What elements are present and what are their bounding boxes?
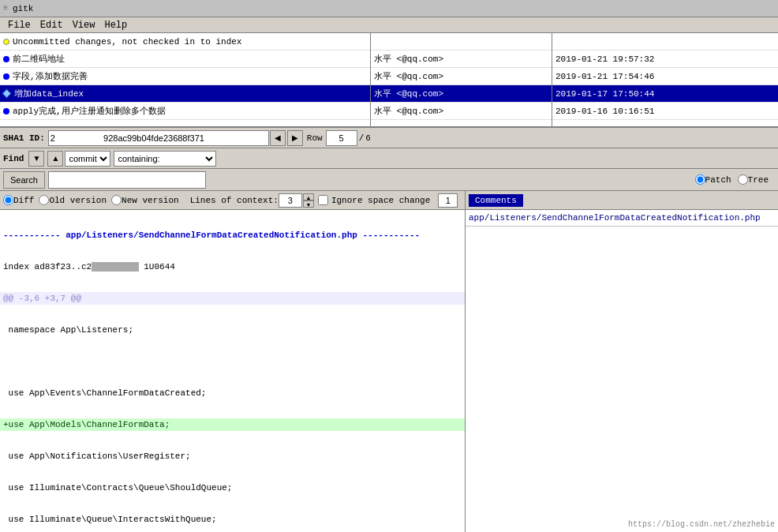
watermark: https://blog.csdn.net/zhezhebie [628, 520, 775, 529]
find-label: Find [3, 154, 24, 163]
diff-line: use Illuminate\Contracts\Queue\ShouldQue… [0, 481, 465, 494]
context-label: Lines of context: [190, 196, 279, 205]
right-panel: Comments app/Listeners/SendChannelFormDa… [466, 191, 778, 532]
find-containing-select[interactable]: containing: [114, 151, 216, 167]
author-item-selected: 水平 <@qq.com> [371, 85, 552, 103]
diff-line: use Illuminate\Queue\InteractsWithQueue; [0, 513, 465, 526]
diff-line-header: ----------- app/Listeners/SendChannelFor… [0, 229, 465, 242]
main-container: Uncommitted changes, not checked in to i… [0, 33, 778, 532]
search-row: Search Patch Tree [0, 169, 778, 191]
tree-label[interactable]: Tree [748, 175, 769, 185]
date-item [552, 33, 778, 51]
ignore-space-checkbox[interactable] [318, 195, 328, 205]
commit-list: Uncommitted changes, not checked in to i… [0, 33, 371, 126]
old-version-radio[interactable] [39, 195, 49, 205]
date-item-selected: 2019-01-17 17:50:44 [552, 85, 778, 103]
diff-line: use App\Events\ChannelFormDataCreated; [0, 387, 465, 399]
tab-row: Comments [466, 191, 778, 210]
right-content[interactable] [466, 227, 778, 532]
menu-file[interactable]: File [3, 19, 36, 32]
menubar: File Edit View Help [0, 17, 778, 33]
diff-line: namespace App\Listeners; [0, 324, 465, 336]
commit-item[interactable]: Uncommitted changes, not checked in to i… [0, 33, 370, 51]
tree-radio[interactable] [738, 174, 748, 185]
sha-input[interactable] [48, 130, 269, 146]
window-dots: ≡ [3, 4, 8, 13]
new-version-label[interactable]: New version [122, 196, 179, 205]
find-row: Find ▼ ▲ commit containing: [0, 148, 778, 169]
comments-tab[interactable]: Comments [469, 194, 523, 207]
old-version-label[interactable]: Old version [49, 196, 107, 205]
file-path: app/Listeners/SendChannelFormDataCreated… [466, 210, 778, 227]
commit-authors: 水平 <@qq.com> 水平 <@qq.com> 水平 <@qq.com> 水… [371, 33, 552, 126]
menu-view[interactable]: View [68, 19, 100, 32]
commit-message: apply完成,用户注册通知删除多个数据 [13, 105, 166, 117]
patch-radio[interactable] [695, 174, 705, 185]
row-separator: / [359, 133, 365, 143]
diff-label[interactable]: Diff [13, 196, 34, 205]
row-total: 6 [365, 133, 371, 143]
search-button[interactable]: Search [3, 171, 45, 189]
author-item [371, 33, 552, 51]
commit-message: 前二维码地址 [13, 53, 65, 65]
patch-tree-options: Patch Tree [695, 174, 775, 185]
commit-item[interactable]: apply完成,用户注册通知删除多个数据 [0, 103, 370, 120]
author-item: 水平 <@qq.com> [371, 103, 552, 120]
row-label: Row [307, 133, 323, 143]
commit-message: Uncommitted changes, not checked in to i… [13, 37, 241, 47]
commit-dot [3, 108, 9, 114]
commit-message: 字段,添加数据完善 [13, 70, 88, 82]
author-item: 水平 <@qq.com> [371, 51, 552, 68]
titlebar: ≡ gitk [0, 0, 778, 17]
bottom-area: Diff Old version New version Lines of co… [0, 191, 778, 532]
commit-dot [3, 56, 9, 62]
diff-line: index ad83f23..c2 1U0644 [0, 260, 465, 273]
find-up-button[interactable]: ▲ [47, 151, 63, 167]
diff-content[interactable]: ----------- app/Listeners/SendChannelFor… [0, 210, 465, 532]
window-title: gitk [13, 4, 33, 13]
find-type-select[interactable]: commit [65, 151, 110, 167]
context-down-button[interactable]: ▼ [303, 200, 314, 208]
date-item: 2019-01-21 19:57:32 [552, 51, 778, 68]
context-spinner[interactable]: ▲ ▼ [303, 193, 314, 208]
ignore-space-label[interactable]: Ignore space change [331, 196, 430, 205]
row-current-input[interactable] [326, 130, 357, 146]
search-input[interactable] [48, 171, 206, 189]
author-item: 水平 <@qq.com> [371, 68, 552, 85]
view-type-row: Diff Old version New version Lines of co… [0, 191, 465, 210]
commit-item-selected[interactable]: 增加data_index [0, 85, 370, 103]
menu-help[interactable]: Help [99, 19, 132, 32]
diff-line-hunk: @@ -3,6 +3,7 @@ [0, 292, 465, 305]
commit-dot [3, 73, 9, 80]
commit-area: Uncommitted changes, not checked in to i… [0, 33, 778, 128]
diff-line [0, 355, 465, 368]
ignore-value-input[interactable] [438, 193, 458, 208]
sha-forward-button[interactable]: ▶ [287, 130, 303, 146]
commit-dot-diamond [2, 88, 12, 99]
new-version-radio[interactable] [111, 195, 122, 205]
menu-edit[interactable]: Edit [36, 19, 68, 32]
context-input[interactable] [279, 193, 302, 208]
commit-item[interactable]: 字段,添加数据完善 [0, 68, 370, 85]
date-item: 2019-01-16 10:16:51 [552, 103, 778, 120]
diff-radio[interactable] [3, 195, 13, 205]
commit-message: 增加data_index [14, 88, 84, 99]
find-down-button[interactable]: ▼ [28, 151, 44, 167]
date-item: 2019-01-21 17:54:46 [552, 68, 778, 85]
diff-line: use App\Notifications\UserRegister; [0, 450, 465, 463]
commit-item[interactable]: 前二维码地址 [0, 51, 370, 68]
sha-back-button[interactable]: ◀ [270, 130, 286, 146]
diff-panel: Diff Old version New version Lines of co… [0, 191, 466, 532]
commit-dot [3, 39, 9, 45]
diff-line-added: +use App\Models\ChannelFormData; [0, 418, 465, 431]
patch-label[interactable]: Patch [705, 175, 731, 185]
commit-dates: 2019-01-21 19:57:32 2019-01-21 17:54:46 … [552, 33, 778, 126]
context-up-button[interactable]: ▲ [303, 193, 314, 200]
sha-label: SHA1 ID: [3, 133, 45, 143]
sha-row: SHA1 ID: ◀ ▶ Row / 6 [0, 128, 778, 148]
